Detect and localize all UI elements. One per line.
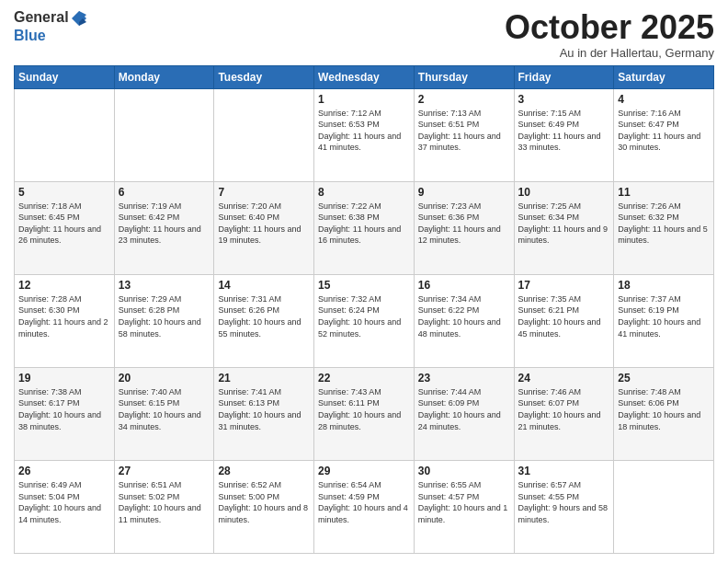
- day-27: 27 Sunrise: 6:51 AM Sunset: 5:02 PM Dayl…: [114, 460, 214, 553]
- title-block: October 2025 Au in der Hallertau, German…: [505, 9, 714, 60]
- location-subtitle: Au in der Hallertau, Germany: [505, 46, 714, 60]
- day-24: 24 Sunrise: 7:46 AM Sunset: 6:07 PM Dayl…: [514, 367, 614, 460]
- logo-icon: [70, 9, 88, 28]
- day-1: 1 Sunrise: 7:12 AM Sunset: 6:53 PM Dayli…: [314, 88, 415, 181]
- day-19: 19 Sunrise: 7:38 AM Sunset: 6:17 PM Dayl…: [15, 367, 115, 460]
- day-30: 30 Sunrise: 6:55 AM Sunset: 4:57 PM Dayl…: [414, 460, 514, 553]
- logo-general: General: [14, 9, 69, 25]
- page: General Blue October 2025 Au in der Hall…: [0, 0, 728, 563]
- day-12: 12 Sunrise: 7:28 AM Sunset: 6:30 PM Dayl…: [15, 274, 115, 367]
- day-4: 4 Sunrise: 7:16 AM Sunset: 6:47 PM Dayli…: [614, 88, 714, 181]
- empty-cell: [114, 88, 214, 181]
- logo-blue: Blue: [14, 28, 46, 43]
- day-31: 31 Sunrise: 6:57 AM Sunset: 4:55 PM Dayl…: [514, 460, 614, 553]
- col-tuesday: Tuesday: [214, 65, 314, 88]
- week-row-3: 12 Sunrise: 7:28 AM Sunset: 6:30 PM Dayl…: [15, 274, 714, 367]
- col-sunday: Sunday: [15, 65, 115, 88]
- day-18: 18 Sunrise: 7:37 AM Sunset: 6:19 PM Dayl…: [614, 274, 714, 367]
- day-23: 23 Sunrise: 7:44 AM Sunset: 6:09 PM Dayl…: [414, 367, 514, 460]
- day-28: 28 Sunrise: 6:52 AM Sunset: 5:00 PM Dayl…: [214, 460, 314, 553]
- day-6: 6 Sunrise: 7:19 AM Sunset: 6:42 PM Dayli…: [114, 181, 214, 274]
- col-thursday: Thursday: [414, 65, 514, 88]
- day-9: 9 Sunrise: 7:23 AM Sunset: 6:36 PM Dayli…: [414, 181, 514, 274]
- day-2: 2 Sunrise: 7:13 AM Sunset: 6:51 PM Dayli…: [414, 88, 514, 181]
- col-saturday: Saturday: [614, 65, 714, 88]
- day-20: 20 Sunrise: 7:40 AM Sunset: 6:15 PM Dayl…: [114, 367, 214, 460]
- day-14: 14 Sunrise: 7:31 AM Sunset: 6:26 PM Dayl…: [214, 274, 314, 367]
- day-10: 10 Sunrise: 7:25 AM Sunset: 6:34 PM Dayl…: [514, 181, 614, 274]
- day-8: 8 Sunrise: 7:22 AM Sunset: 6:38 PM Dayli…: [314, 181, 415, 274]
- week-row-2: 5 Sunrise: 7:18 AM Sunset: 6:45 PM Dayli…: [15, 181, 714, 274]
- day-26: 26 Sunrise: 6:49 AM Sunset: 5:04 PM Dayl…: [15, 460, 115, 553]
- col-wednesday: Wednesday: [314, 65, 415, 88]
- day-29: 29 Sunrise: 6:54 AM Sunset: 4:59 PM Dayl…: [314, 460, 415, 553]
- week-row-5: 26 Sunrise: 6:49 AM Sunset: 5:04 PM Dayl…: [15, 460, 714, 553]
- day-7: 7 Sunrise: 7:20 AM Sunset: 6:40 PM Dayli…: [214, 181, 314, 274]
- day-21: 21 Sunrise: 7:41 AM Sunset: 6:13 PM Dayl…: [214, 367, 314, 460]
- col-friday: Friday: [514, 65, 614, 88]
- day-13: 13 Sunrise: 7:29 AM Sunset: 6:28 PM Dayl…: [114, 274, 214, 367]
- day-5: 5 Sunrise: 7:18 AM Sunset: 6:45 PM Dayli…: [15, 181, 115, 274]
- day-25: 25 Sunrise: 7:48 AM Sunset: 6:06 PM Dayl…: [614, 367, 714, 460]
- empty-cell: [614, 460, 714, 553]
- col-monday: Monday: [114, 65, 214, 88]
- day-3: 3 Sunrise: 7:15 AM Sunset: 6:49 PM Dayli…: [514, 88, 614, 181]
- day-15: 15 Sunrise: 7:32 AM Sunset: 6:24 PM Dayl…: [314, 274, 415, 367]
- empty-cell: [15, 88, 115, 181]
- logo: General Blue: [14, 9, 89, 44]
- month-title: October 2025: [505, 9, 714, 46]
- header: General Blue October 2025 Au in der Hall…: [14, 9, 714, 60]
- week-row-1: 1 Sunrise: 7:12 AM Sunset: 6:53 PM Dayli…: [15, 88, 714, 181]
- day-16: 16 Sunrise: 7:34 AM Sunset: 6:22 PM Dayl…: [414, 274, 514, 367]
- day-11: 11 Sunrise: 7:26 AM Sunset: 6:32 PM Dayl…: [614, 181, 714, 274]
- empty-cell: [214, 88, 314, 181]
- day-22: 22 Sunrise: 7:43 AM Sunset: 6:11 PM Dayl…: [314, 367, 415, 460]
- week-row-4: 19 Sunrise: 7:38 AM Sunset: 6:17 PM Dayl…: [15, 367, 714, 460]
- calendar-table: Sunday Monday Tuesday Wednesday Thursday…: [14, 65, 714, 554]
- day-17: 17 Sunrise: 7:35 AM Sunset: 6:21 PM Dayl…: [514, 274, 614, 367]
